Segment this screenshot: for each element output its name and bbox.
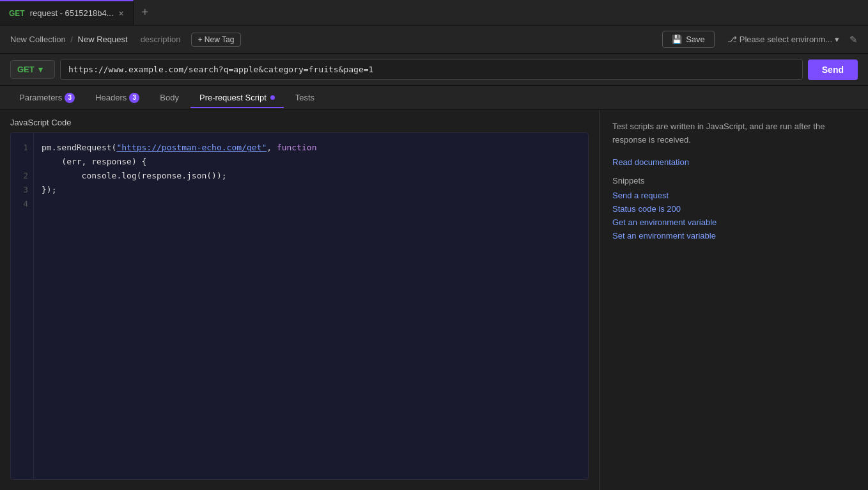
save-button[interactable]: 💾 Save [662, 31, 715, 48]
environment-selector[interactable]: ⎇ Please select environm... ▾ [727, 35, 839, 44]
tab-pre-request-script[interactable]: Pre-request Script [190, 88, 284, 107]
read-documentation-link[interactable]: Read documentation [612, 157, 855, 167]
close-tab-button[interactable]: × [119, 9, 124, 18]
snippet-get-env-var[interactable]: Get an environment variable [612, 217, 855, 227]
snippet-status-200[interactable]: Status code is 200 [612, 204, 855, 214]
env-network-icon: ⎇ [727, 35, 737, 44]
tab-tests[interactable]: Tests [286, 88, 323, 107]
tab-body[interactable]: Body [151, 88, 188, 107]
snippets-title: Snippets [612, 176, 855, 186]
method-label: GET [17, 65, 35, 74]
body-label: Body [160, 93, 179, 102]
tests-label: Tests [295, 93, 314, 102]
method-select[interactable]: GET ▾ [10, 60, 55, 79]
breadcrumb: New Collection / New Request [10, 35, 128, 44]
pre-request-script-dot [270, 95, 275, 100]
new-tag-button[interactable]: + New Tag [191, 33, 242, 47]
snippet-set-env-var[interactable]: Set an environment variable [612, 231, 855, 241]
headers-badge: 3 [129, 93, 139, 103]
save-label: Save [686, 35, 705, 44]
save-icon: 💾 [672, 35, 682, 44]
pre-request-script-label: Pre-request Script [199, 93, 267, 102]
snippet-send-request[interactable]: Send a request [612, 191, 855, 200]
env-placeholder: Please select environm... [740, 35, 832, 44]
code-content[interactable]: pm.sendRequest("https://postman-echo.com… [34, 133, 588, 479]
tab-bar: GET request - 6515218b4... × + [0, 0, 868, 26]
breadcrumb-separator: / [70, 35, 73, 44]
edit-icon[interactable]: ✎ [849, 34, 858, 45]
url-bar: GET ▾ Send [0, 54, 868, 86]
parameters-label: Parameters [19, 93, 62, 102]
code-panel: JavaScript Code 1 2 3 4 pm.sendRequest("… [0, 110, 600, 490]
description-link[interactable]: description [141, 35, 181, 44]
request-tabs-row: Parameters 3 Headers 3 Body Pre-request … [0, 86, 868, 110]
new-tag-label: + New Tag [198, 35, 235, 44]
tab-headers[interactable]: Headers 3 [86, 88, 148, 108]
breadcrumb-request: New Request [78, 35, 128, 44]
tab-parameters[interactable]: Parameters 3 [10, 88, 84, 108]
line-numbers: 1 2 3 4 [11, 133, 34, 479]
add-tab-button[interactable]: + [134, 0, 157, 25]
headers-label: Headers [95, 93, 127, 102]
request-tab[interactable]: GET request - 6515218b4... × [0, 0, 134, 25]
tab-title: request - 6515218b4... [30, 8, 114, 18]
chevron-down-icon: ▾ [835, 35, 839, 44]
side-description: Test scripts are written in JavaScript, … [612, 120, 855, 147]
code-editor[interactable]: 1 2 3 4 pm.sendRequest("https://postman-… [10, 132, 589, 480]
breadcrumb-collection[interactable]: New Collection [10, 35, 66, 44]
side-panel: Test scripts are written in JavaScript, … [600, 110, 868, 490]
main-content: JavaScript Code 1 2 3 4 pm.sendRequest("… [0, 110, 868, 490]
method-chevron-icon: ▾ [38, 65, 43, 74]
parameters-badge: 3 [65, 93, 75, 103]
tab-method: GET [9, 9, 25, 18]
code-panel-label: JavaScript Code [0, 110, 599, 132]
url-input[interactable] [60, 59, 803, 80]
send-button[interactable]: Send [808, 59, 858, 80]
header-bar: New Collection / New Request description… [0, 26, 868, 54]
